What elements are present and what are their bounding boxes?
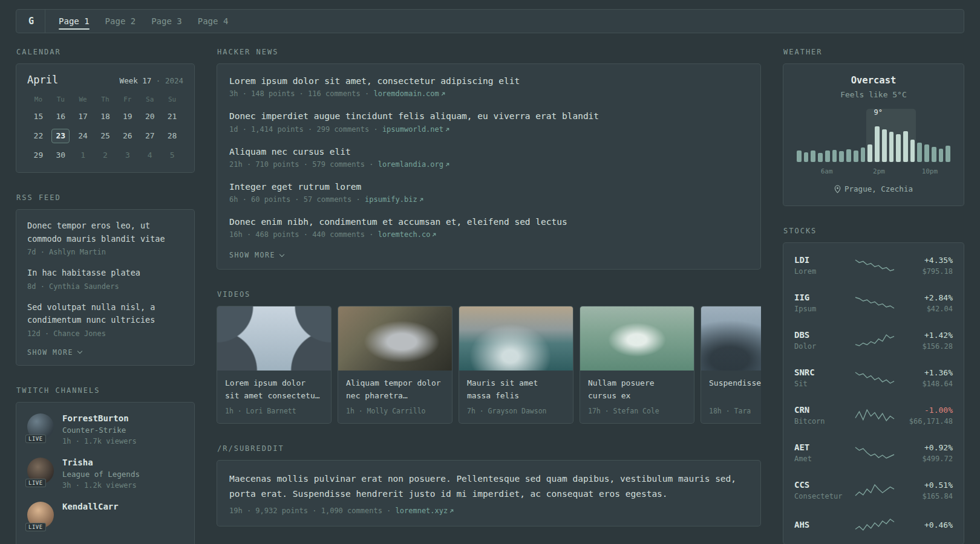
external-link-icon [445,162,450,167]
hn-item-domain-link[interactable]: loremdomain.com [373,89,445,98]
hn-item-meta: 6h · 60 points · 57 comments · ipsumify.… [229,195,748,204]
stock-sparkline [852,408,897,423]
stocks-section-title: STOCKS [783,227,964,235]
stock-row[interactable]: SNRC Sit +1.36% $148.64 [793,359,954,397]
calendar-day-headers: MoTuWeThFrSaSu [27,96,183,103]
calendar-day: 25 [96,129,114,143]
rss-section-title: RSS FEED [16,193,195,202]
rss-show-more-button[interactable]: SHOW MORE [27,348,82,357]
page-tabs: Page 1 Page 2 Page 3 Page 4 [59,10,228,33]
weather-chart: 9° [795,109,952,162]
stock-values: +1.36% $148.64 [897,368,953,388]
video-card[interactable]: Nullam posuere cursus ex 17h · Stefan Co… [580,306,694,424]
weather-bar [910,140,915,162]
hn-item: Donec enim nibh, condimentum et accumsan… [229,216,748,239]
video-card[interactable]: Aliquam tempor dolor nec pharetra… 1h · … [338,306,452,424]
stock-row[interactable]: LDI Lorem +4.35% $795.18 [793,247,954,284]
middle-column: HACKER NEWS Lorem ipsum dolor sit amet, … [217,48,761,526]
twitch-channel-row[interactable]: LIVE Trisha League of Legends 3h · 1.2k … [27,458,183,490]
rss-item[interactable]: In hac habitasse platea 8d · Cynthia Sau… [27,267,183,291]
twitch-channel-row[interactable]: LIVE KendallCarr [27,502,183,528]
calendar-day-header: Fr [123,96,131,103]
hn-item-domain-link[interactable]: ipsumworld.net [382,125,450,134]
hn-item-stats: 16h · 468 points · 440 comments · [229,230,373,239]
stock-row[interactable]: CCS Consectetur +0.51% $165.84 [793,471,954,509]
channel-name[interactable]: ForrestBurton [62,413,137,423]
stock-row[interactable]: CRN Bitcorn -1.00% $66,171.48 [793,397,954,434]
rss-item-title[interactable]: Donec tempor eros leo, ut commodo mauris… [27,219,183,245]
weather-current-temp: 9° [874,108,883,117]
stock-info: IIG Ipsum [794,293,852,313]
page-tab[interactable]: Page 1 [59,10,90,33]
twitch-channel-row[interactable]: LIVE ForrestBurton Counter-Strike 1h · 1… [27,413,183,445]
post-text[interactable]: Maecenas mollis pulvinar erat non posuer… [229,471,748,501]
calendar-day: 23 [51,129,70,143]
stock-row[interactable]: IIG Ipsum +2.84% $42.04 [793,284,954,322]
hn-item-meta: 1d · 1,414 points · 299 comments · ipsum… [229,125,748,134]
weather-bar [932,147,936,162]
rss-item-title[interactable]: In hac habitasse platea [27,267,183,280]
channel-info: ForrestBurton Counter-Strike 1h · 1.7k v… [62,413,137,445]
page-tab[interactable]: Page 3 [151,10,182,33]
hn-item-domain-link[interactable]: ipsumify.biz [365,195,424,204]
calendar-widget: April Week 17 · 2024 MoTuWeThFrSaSu 1516… [16,63,195,173]
calendar-day-header: Su [168,96,176,103]
weather-bar [875,126,880,162]
stock-price: $148.64 [897,380,953,388]
stock-symbol: LDI [794,255,852,265]
weather-widget: Overcast Feels like 5°C 9° 6am2pm10pm Pr… [783,63,964,206]
live-badge: LIVE [25,435,46,443]
video-card[interactable]: Lorem ipsum dolor sit amet consectetu… 1… [217,306,332,424]
hn-item-title[interactable]: Donec imperdiet augue tincidunt felis al… [229,110,748,122]
stock-row[interactable]: AET Amet +0.92% $499.72 [793,434,954,471]
stock-change: +1.42% [897,331,953,340]
rss-widget: Donec tempor eros leo, ut commodo mauris… [16,209,195,366]
video-card[interactable]: Suspendisse diam 18h · Tara [701,306,761,424]
stock-symbol: CRN [794,405,852,415]
video-title[interactable]: Mauris sit amet massa felis [467,377,565,402]
video-card-body: Nullam posuere cursus ex 17h · Stefan Co… [580,371,694,423]
stock-row[interactable]: AHS +0.46% [793,509,954,540]
page-tab[interactable]: Page 4 [198,10,229,33]
weather-bar [889,132,894,162]
calendar-day: 29 [29,148,47,163]
calendar-day: 4 [141,148,159,163]
stock-row[interactable]: DBS Dolor +1.42% $156.28 [793,322,954,359]
stock-sparkline [852,333,897,348]
video-title[interactable]: Lorem ipsum dolor sit amet consectetu… [225,377,323,402]
stock-info: LDI Lorem [794,255,852,276]
stock-info: CRN Bitcorn [794,405,852,426]
post-meta: 19h · 9,932 points · 1,090 comments · lo… [229,507,748,515]
rss-item[interactable]: Sed volutpat nulla nisl, a condimentum n… [27,301,183,338]
channel-name[interactable]: KendallCarr [62,502,119,511]
rss-item-title[interactable]: Sed volutpat nulla nisl, a condimentum n… [27,301,183,327]
video-card[interactable]: Mauris sit amet massa felis 7h · Grayson… [459,306,573,424]
hn-show-more-button[interactable]: SHOW MORE [229,251,284,259]
hn-item-title[interactable]: Lorem ipsum dolor sit amet, consectetur … [229,75,748,87]
stock-name: Dolor [794,342,852,351]
hn-item-title[interactable]: Integer eget rutrum lorem [229,181,748,193]
hn-item-stats: 21h · 710 points · 579 comments · [229,160,373,169]
stock-name: Bitcorn [794,417,852,426]
calendar-year: 2024 [165,76,183,85]
calendar-day-header: Sa [146,96,154,103]
dashboard-grid: CALENDAR April Week 17 · 2024 MoTuWeThFr… [0,33,980,544]
rss-item[interactable]: Donec tempor eros leo, ut commodo mauris… [27,219,183,256]
video-title[interactable]: Suspendisse diam [709,377,761,402]
video-title[interactable]: Nullam posuere cursus ex [588,377,686,402]
hn-item-domain-link[interactable]: loremtech.co [378,230,437,239]
stock-values: -1.00% $66,171.48 [897,406,953,426]
hn-item-title[interactable]: Donec enim nibh, condimentum et accumsan… [229,216,748,228]
hn-item-title[interactable]: Aliquam nec cursus elit [229,146,748,158]
app-logo: G [28,16,45,27]
rss-item-meta: 12d · Chance Jones [27,329,183,338]
calendar-day: 27 [141,129,159,143]
post-domain-link[interactable]: loremnet.xyz [396,507,455,515]
hn-item-domain-link[interactable]: loremlandia.org [378,160,450,169]
calendar-day: 20 [141,109,159,124]
video-title[interactable]: Aliquam tempor dolor nec pharetra… [346,377,444,402]
page-tab[interactable]: Page 2 [105,10,136,33]
channel-name[interactable]: Trisha [62,458,140,467]
weather-bar [818,153,823,163]
weather-location[interactable]: Prague, Czechia [795,184,952,193]
